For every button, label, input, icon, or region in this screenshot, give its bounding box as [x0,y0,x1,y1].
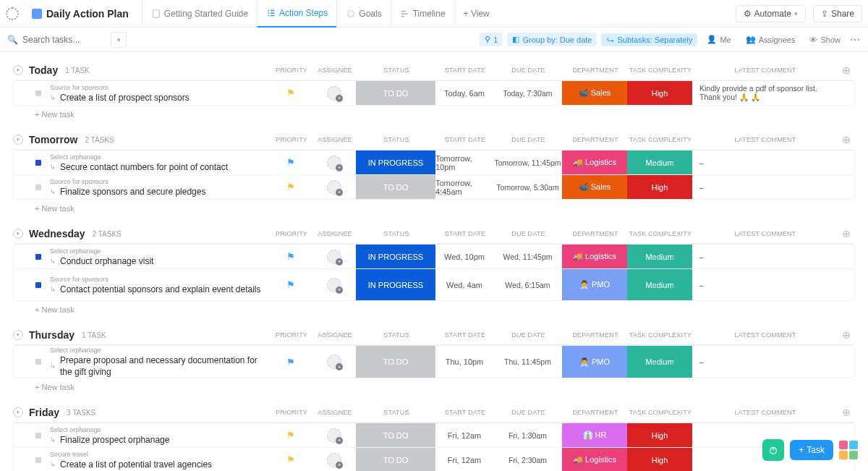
task-row[interactable]: Select orphanage ↳Finalize prospect orph… [14,423,854,447]
cell-due-date[interactable]: Fri, 2:30am [493,448,562,471]
task-row[interactable]: Select orphanage ↳Secure contact numbers… [14,150,854,174]
cell-start-date[interactable]: Today, 6am [435,81,493,105]
task-row[interactable]: Select orphanage ↳Prepare proposal and n… [14,345,854,378]
cell-start-date[interactable]: Fri, 12am [435,448,493,471]
status-square-icon[interactable] [35,160,41,166]
collapse-icon[interactable]: ▾ [13,135,23,145]
status-square-icon[interactable] [35,254,41,260]
cell-start-date[interactable]: Wed, 4am [435,269,493,300]
cell-priority[interactable]: ⚑ [269,269,312,300]
cell-priority[interactable]: ⚑ [269,150,312,174]
cell-complexity[interactable]: Medium [627,346,692,378]
new-task-button[interactable]: + New task [13,200,855,213]
cell-status[interactable]: TO DO [356,448,435,471]
status-square-icon[interactable] [35,184,41,190]
me-chip[interactable]: 👤 Me [702,33,736,46]
subtasks-chip[interactable]: ⮑ Subtasks: Separately [601,33,697,46]
cell-assignee[interactable] [312,448,356,471]
cell-start-date[interactable]: Wed, 10pm [435,245,493,268]
list-title[interactable]: Daily Action Plan [25,8,136,20]
tab-getting-started[interactable]: Getting Started Guide [142,0,257,27]
apps-button[interactable] [839,441,858,459]
cell-priority[interactable]: ⚑ [269,448,312,471]
task-title[interactable]: ↳Prepare proposal and necessary document… [50,355,269,378]
cell-start-date[interactable]: Tomorrow, 10pm [435,150,493,174]
cell-complexity[interactable]: High [627,423,692,447]
cell-comment[interactable]: – [692,175,837,199]
cell-due-date[interactable]: Tomorrow, 5:30am [493,175,562,199]
task-row[interactable]: Select orphanage ↳Conduct orphanage visi… [14,244,854,268]
cell-department[interactable]: 👨‍💼 PMO [562,269,627,300]
more-menu[interactable]: ⋯ [850,34,861,46]
collapse-icon[interactable]: ▾ [13,407,23,417]
cell-department[interactable]: 📹 Sales [562,81,627,105]
tab-timeline[interactable]: Timeline [391,0,454,27]
group-by-chip[interactable]: ◧ Group by: Due date [507,33,597,46]
cell-assignee[interactable] [312,269,356,300]
cell-comment[interactable]: Kindly provide a pdf of sponsor list. Th… [692,81,837,105]
status-square-icon[interactable] [35,433,41,438]
task-title[interactable]: ↳Contact potential sponsors and explain … [50,284,269,295]
filter-count-chip[interactable]: ⚲ 1 [480,33,503,46]
status-square-icon[interactable] [35,457,41,463]
cell-status[interactable]: TO DO [356,423,435,447]
cell-department[interactable]: 🚚 Logistics [562,150,627,174]
collapse-icon[interactable]: ▾ [13,330,23,340]
add-column-button[interactable]: ⊕ [838,329,855,341]
show-chip[interactable]: 👁 Show [804,33,846,46]
cell-assignee[interactable] [312,423,356,447]
cell-start-date[interactable]: Tomorrow, 4:45am [435,175,493,199]
cell-priority[interactable]: ⚑ [269,245,312,268]
cell-status[interactable]: TO DO [356,346,435,378]
task-title[interactable]: ↳Create a list of potential travel agenc… [50,459,269,470]
cell-complexity[interactable]: Medium [627,150,692,174]
add-column-button[interactable]: ⊕ [838,134,855,145]
collapse-icon[interactable]: ▾ [13,65,23,75]
task-title[interactable]: ↳Secure contact numbers for point of con… [50,161,269,173]
cell-department[interactable]: 📹 Sales [562,175,627,199]
task-row[interactable]: Source for sponsors ↳Create a list of pr… [14,80,854,105]
task-row[interactable]: Secure travel ↳Create a list of potentia… [14,447,854,471]
cell-department[interactable]: 🚚 Logistics [562,448,627,471]
add-column-button[interactable]: ⊕ [838,407,855,418]
cell-department[interactable]: 👔 HR [562,423,627,447]
cell-complexity[interactable]: Medium [627,245,692,268]
cell-status[interactable]: IN PROGRESS [356,269,435,300]
cell-comment[interactable]: – [692,269,837,300]
add-column-button[interactable]: ⊕ [838,228,855,239]
cell-comment[interactable]: – [692,346,837,378]
cell-priority[interactable]: ⚑ [269,175,312,199]
cell-due-date[interactable]: Thu, 11:45pm [493,346,562,378]
new-task-button[interactable]: + New task [13,378,855,391]
add-column-button[interactable]: ⊕ [838,64,855,76]
cell-department[interactable]: 👨‍💼 PMO [562,346,627,378]
new-task-button[interactable]: + New task [13,301,855,314]
automate-button[interactable]: ⚙ Automate ▾ [736,5,806,22]
cell-assignee[interactable] [312,175,356,199]
cell-assignee[interactable] [312,81,356,105]
cell-due-date[interactable]: Tomorrow, 11:45pm [493,150,562,174]
task-title[interactable]: ↳Finalize sponsors and secure pledges [50,186,269,198]
task-row[interactable]: Source for sponsors ↳Contact potential s… [14,268,854,300]
cell-comment[interactable]: – [692,245,837,268]
status-square-icon[interactable] [35,359,41,365]
search-caret[interactable]: ▾ [111,32,127,48]
cell-start-date[interactable]: Thu, 10pm [435,346,493,378]
cell-due-date[interactable]: Wed, 11:45pm [493,245,562,268]
task-title[interactable]: ↳Create a list of prospect sponsors [50,92,269,103]
cell-due-date[interactable]: Today, 7:30am [493,81,562,105]
cell-priority[interactable]: ⚑ [269,423,312,447]
tab-action-steps[interactable]: Action Steps [257,0,336,27]
cell-complexity[interactable]: High [627,175,692,199]
new-task-fab[interactable]: + Task [790,440,833,460]
cell-complexity[interactable]: Medium [627,269,692,300]
task-title[interactable]: ↳Finalize prospect orphanage [50,434,269,446]
collapse-icon[interactable]: ▾ [13,229,23,239]
search-input[interactable] [22,35,102,45]
tab-goals[interactable]: Goals [336,0,390,27]
cell-department[interactable]: 🚚 Logistics [562,245,627,268]
cell-status[interactable]: TO DO [356,175,435,199]
cell-status[interactable]: TO DO [356,81,435,105]
cell-comment[interactable]: – [692,150,837,174]
cell-assignee[interactable] [312,150,356,174]
